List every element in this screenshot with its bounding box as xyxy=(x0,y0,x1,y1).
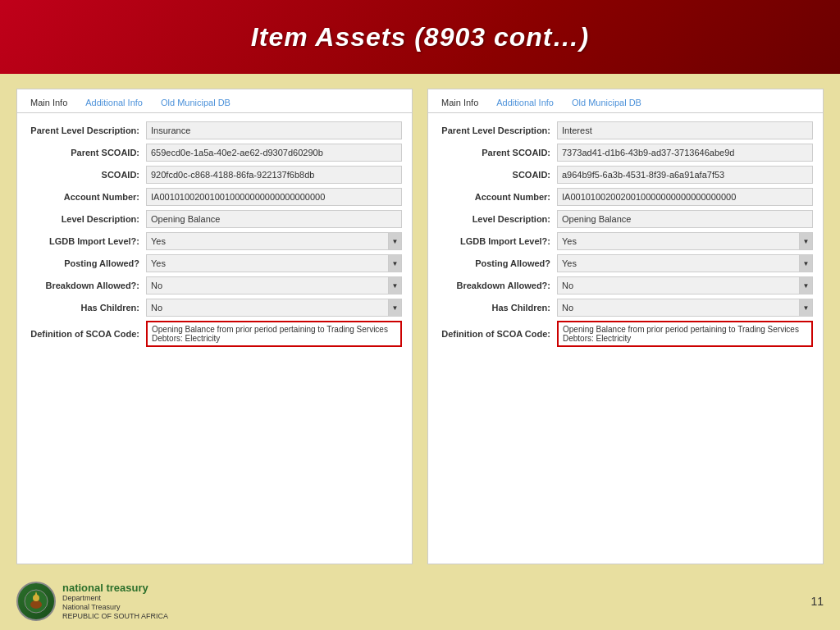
logo-sub-line3: REPUBLIC OF SOUTH AFRICA xyxy=(62,612,168,621)
right-value-lgdb[interactable]: Yes ▼ xyxy=(557,232,813,250)
left-row-lgdb: LGDB Import Level?: Yes ▼ xyxy=(27,232,402,250)
left-value-scoaid: 920fcd0c-c868-4188-86fa-922137f6b8db xyxy=(146,166,402,184)
posting-dropdown-arrow-left: ▼ xyxy=(388,255,401,272)
right-label-lgdb: LGDB Import Level?: xyxy=(438,236,557,246)
tab-main-info-right[interactable]: Main Info xyxy=(435,94,485,112)
left-value-parent-scoaid: 659ecd0e-1a5a-40e2-ae62-d9307d60290b xyxy=(146,144,402,162)
right-value-account-number: IA001010020020010000000000000000000 xyxy=(557,188,813,206)
left-row-account-number: Account Number: IA0010100200100100000000… xyxy=(27,188,402,206)
left-row-parent-scoaid: Parent SCOAID: 659ecd0e-1a5a-40e2-ae62-d… xyxy=(27,144,402,162)
has-children-dropdown-arrow-left: ▼ xyxy=(388,299,401,316)
lgdb-dropdown-arrow-left: ▼ xyxy=(388,233,401,249)
left-label-breakdown: Breakdown Allowed?: xyxy=(27,281,146,290)
left-label-lgdb: LGDB Import Level?: xyxy=(27,236,146,246)
left-value-has-children[interactable]: No ▼ xyxy=(146,299,402,317)
left-value-lgdb[interactable]: Yes ▼ xyxy=(146,232,402,250)
right-row-parent-level: Parent Level Description: Interest xyxy=(438,121,813,139)
tab-old-municipal-db-left[interactable]: Old Municipal DB xyxy=(154,94,237,112)
breakdown-dropdown-arrow-right: ▼ xyxy=(799,277,812,294)
right-panel: Main Info Additional Info Old Municipal … xyxy=(427,89,824,564)
left-row-scoaid: SCOAID: 920fcd0c-c868-4188-86fa-922137f6… xyxy=(27,166,402,184)
posting-dropdown-arrow-right: ▼ xyxy=(799,255,812,272)
right-value-has-children[interactable]: No ▼ xyxy=(557,299,813,317)
left-row-level-description: Level Description: Opening Balance xyxy=(27,210,402,228)
right-row-posting: Posting Allowed? Yes ▼ xyxy=(438,254,813,272)
right-label-posting: Posting Allowed? xyxy=(438,258,557,268)
left-tabs: Main Info Additional Info Old Municipal … xyxy=(17,89,412,113)
left-value-breakdown[interactable]: No ▼ xyxy=(146,276,402,294)
tab-old-municipal-db-right[interactable]: Old Municipal DB xyxy=(565,94,648,112)
coat-of-arms-icon xyxy=(23,588,49,614)
right-label-definition: Definition of SCOA Code: xyxy=(438,329,557,339)
tab-additional-info-left[interactable]: Additional Info xyxy=(79,94,149,112)
page-number: 11 xyxy=(810,595,824,608)
right-label-parent-scoaid: Parent SCOAID: xyxy=(438,148,557,158)
footer: national treasury Department National Tr… xyxy=(0,573,840,630)
left-label-level-description: Level Description: xyxy=(27,214,146,224)
right-value-level-description: Opening Balance xyxy=(557,210,813,228)
right-value-parent-scoaid: 7373ad41-d1b6-43b9-ad37-3713646abe9d xyxy=(557,144,813,162)
right-tabs: Main Info Additional Info Old Municipal … xyxy=(428,89,823,113)
right-row-breakdown: Breakdown Allowed?: No ▼ xyxy=(438,276,813,294)
logo-main-text: national treasury xyxy=(62,582,168,594)
left-label-parent-level: Parent Level Description: xyxy=(27,126,146,135)
right-row-level-description: Level Description: Opening Balance xyxy=(438,210,813,228)
left-label-has-children: Has Children: xyxy=(27,303,146,313)
tab-main-info-left[interactable]: Main Info xyxy=(24,94,74,112)
left-row-breakdown: Breakdown Allowed?: No ▼ xyxy=(27,276,402,294)
lgdb-dropdown-arrow-right: ▼ xyxy=(799,233,812,249)
right-value-breakdown[interactable]: No ▼ xyxy=(557,276,813,294)
left-form-body: Parent Level Description: Insurance Pare… xyxy=(17,113,412,359)
right-label-has-children: Has Children: xyxy=(438,303,557,313)
left-label-definition: Definition of SCOA Code: xyxy=(27,329,146,339)
logo-sub-line2: National Treasury xyxy=(62,603,168,612)
left-row-parent-level: Parent Level Description: Insurance xyxy=(27,121,402,139)
right-value-parent-level: Interest xyxy=(557,121,813,139)
right-row-lgdb: LGDB Import Level?: Yes ▼ xyxy=(438,232,813,250)
right-value-scoaid: a964b9f5-6a3b-4531-8f39-a6a91afa7f53 xyxy=(557,166,813,184)
logo-emblem xyxy=(16,582,56,621)
right-row-parent-scoaid: Parent SCOAID: 7373ad41-d1b6-43b9-ad37-3… xyxy=(438,144,813,162)
main-content: Main Info Additional Info Old Municipal … xyxy=(0,74,840,573)
right-row-scoaid: SCOAID: a964b9f5-6a3b-4531-8f39-a6a91afa… xyxy=(438,166,813,184)
header: Item Assets (8903 cont…) xyxy=(0,0,840,74)
right-label-parent-level: Parent Level Description: xyxy=(438,126,557,135)
left-value-account-number: IA001010020010010000000000000000000 xyxy=(146,188,402,206)
right-row-account-number: Account Number: IA0010100200200100000000… xyxy=(438,188,813,206)
right-row-has-children: Has Children: No ▼ xyxy=(438,299,813,317)
right-value-definition: Opening Balance from prior period pertai… xyxy=(557,321,813,347)
footer-logo: national treasury Department National Tr… xyxy=(16,582,168,621)
breakdown-dropdown-arrow-left: ▼ xyxy=(388,277,401,294)
left-row-has-children: Has Children: No ▼ xyxy=(27,299,402,317)
left-label-posting: Posting Allowed? xyxy=(27,258,146,268)
tab-additional-info-right[interactable]: Additional Info xyxy=(490,94,560,112)
right-label-level-description: Level Description: xyxy=(438,214,557,224)
left-value-parent-level: Insurance xyxy=(146,121,402,139)
right-label-account-number: Account Number: xyxy=(438,192,557,202)
right-row-definition: Definition of SCOA Code: Opening Balance… xyxy=(438,321,813,347)
svg-point-1 xyxy=(30,600,42,609)
right-value-posting[interactable]: Yes ▼ xyxy=(557,254,813,272)
left-label-scoaid: SCOAID: xyxy=(27,170,146,180)
left-panel: Main Info Additional Info Old Municipal … xyxy=(16,89,413,564)
logo-text-block: national treasury Department National Tr… xyxy=(62,582,168,620)
right-form-body: Parent Level Description: Interest Paren… xyxy=(428,113,823,359)
left-label-account-number: Account Number: xyxy=(27,192,146,202)
page-title: Item Assets (8903 cont…) xyxy=(251,22,589,52)
left-row-definition: Definition of SCOA Code: Opening Balance… xyxy=(27,321,402,347)
left-row-posting: Posting Allowed? Yes ▼ xyxy=(27,254,402,272)
left-label-parent-scoaid: Parent SCOAID: xyxy=(27,148,146,158)
left-value-posting[interactable]: Yes ▼ xyxy=(146,254,402,272)
right-label-breakdown: Breakdown Allowed?: xyxy=(438,281,557,290)
has-children-dropdown-arrow-right: ▼ xyxy=(799,299,812,316)
logo-sub-line1: Department xyxy=(62,594,168,603)
left-value-level-description: Opening Balance xyxy=(146,210,402,228)
left-value-definition: Opening Balance from prior period pertai… xyxy=(146,321,402,347)
right-label-scoaid: SCOAID: xyxy=(438,170,557,180)
